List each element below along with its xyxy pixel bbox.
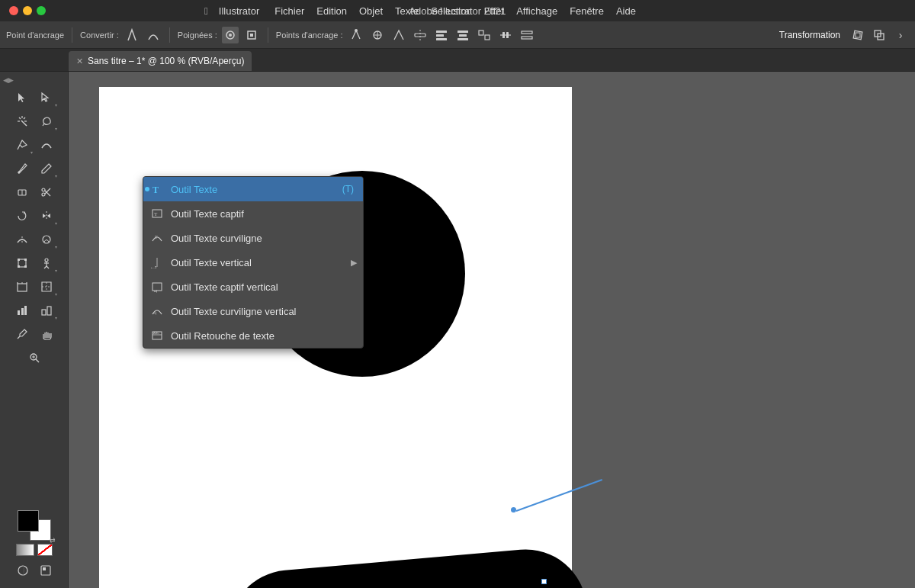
column-chart-tool[interactable]: ▾ (35, 300, 58, 321)
zoom-tool[interactable] (23, 347, 46, 368)
traffic-lights (9, 6, 46, 15)
swap-colors-icon[interactable]: ⇄ (50, 536, 56, 544)
scissors-tool[interactable] (35, 182, 58, 203)
canvas-area: T Outil Texte (T) T Outil Texte captif T… (69, 72, 915, 588)
menu-edition[interactable]: Edition (312, 4, 352, 18)
svg-line-30 (19, 117, 21, 119)
minimize-button[interactable] (23, 6, 32, 15)
foreground-swatch[interactable] (18, 510, 39, 532)
menu-aide[interactable]: Aide (612, 4, 640, 18)
menu-item-texte-captif-vertical[interactable]: T Outil Texte captif vertical (143, 275, 363, 299)
transform-icon[interactable] (849, 27, 866, 43)
curvature-tool[interactable] (35, 134, 58, 156)
arrange-icon[interactable] (871, 27, 888, 43)
svg-point-37 (42, 193, 45, 196)
hand-tool[interactable] (35, 323, 58, 345)
separator-3 (268, 27, 268, 43)
svg-rect-45 (24, 259, 27, 261)
separator-2 (169, 27, 170, 43)
align-left-icon[interactable] (433, 27, 450, 43)
svg-rect-53 (18, 284, 27, 291)
puppet-warp-tool[interactable]: ▾ (35, 252, 58, 274)
width-tool[interactable] (11, 229, 34, 250)
menu-item-texte-vertical[interactable]: T Outil Texte vertical ▶ (143, 250, 363, 275)
distribute-icon[interactable] (497, 27, 514, 43)
svg-rect-62 (42, 310, 46, 315)
eyedropper-tool[interactable] (11, 323, 34, 345)
anchor-align-icon[interactable] (412, 27, 429, 43)
change-screen-mode-btn[interactable] (13, 562, 33, 579)
separator-1 (72, 27, 72, 43)
convert-icon-1[interactable] (124, 27, 140, 43)
menu-objet[interactable]: Objet (355, 4, 387, 18)
artboard-tool[interactable] (11, 276, 34, 297)
svg-rect-15 (458, 38, 468, 40)
menu-item-outil-texte[interactable]: T Outil Texte (T) (143, 177, 363, 201)
active-indicator (145, 187, 149, 191)
anchor-label: Point d'ancrage (6, 31, 64, 40)
menu-item-texte-captif[interactable]: T Outil Texte captif (143, 201, 363, 226)
svg-rect-19 (502, 32, 505, 38)
paintbrush-tool[interactable] (11, 158, 34, 179)
text-vertical-icon: T (149, 255, 165, 270)
menu-affichage[interactable]: Affichage (512, 4, 562, 18)
anchor-square-1 (541, 579, 547, 584)
svg-text:T: T (152, 312, 157, 315)
more-icon[interactable]: › (892, 27, 909, 43)
tool-row-2: ▾ (0, 110, 68, 133)
magic-wand-tool[interactable] (11, 111, 34, 132)
handles-icon-2[interactable] (243, 27, 260, 43)
color-fill-btn[interactable] (16, 544, 34, 556)
tab-title: Sans titre – 1* @ 100 % (RVB/Aperçu) (88, 56, 244, 66)
menu-illustrator[interactable]: Illustrator (214, 4, 264, 18)
align-distribute-icon[interactable] (476, 27, 493, 43)
maximize-button[interactable] (37, 6, 46, 15)
artboard-navigate-btn[interactable] (36, 562, 56, 579)
menu-fichier[interactable]: Fichier (270, 4, 309, 18)
menu-fenetre[interactable]: Fenêtre (565, 4, 608, 18)
document-tab[interactable]: ✕ Sans titre – 1* @ 100 % (RVB/Aperçu) (69, 51, 252, 71)
svg-rect-14 (459, 34, 467, 37)
select-tool[interactable] (11, 87, 34, 108)
slice-tool[interactable]: ▾ (35, 276, 58, 297)
tool-row-4: ▾ (0, 157, 68, 180)
svg-text:ABC: ABC (153, 331, 159, 335)
menu-item-texte-curviligne[interactable]: T Outil Texte curviligne (143, 226, 363, 250)
spacing-icon[interactable] (518, 27, 535, 43)
svg-rect-20 (506, 32, 509, 38)
pencil-tool[interactable]: ▾ (35, 158, 58, 179)
anchor-edit-icon[interactable] (369, 27, 386, 43)
svg-point-1 (229, 34, 232, 37)
mirror-tool[interactable]: ▾ (35, 205, 58, 227)
tool-row-9: ▾ (0, 275, 68, 298)
bar-chart-tool[interactable] (11, 300, 34, 321)
sidebar-collapse[interactable]: ◀▶ (0, 75, 68, 85)
text-path-icon: T (149, 230, 165, 246)
tab-close-icon[interactable]: ✕ (76, 56, 83, 66)
anchor-pen-icon[interactable] (348, 27, 364, 43)
handles-icon-1[interactable] (222, 27, 239, 43)
no-color-btn[interactable] (37, 544, 53, 556)
menu-item-retouche-texte[interactable]: ABC Outil Retouche de texte (143, 323, 363, 348)
svg-rect-24 (856, 33, 860, 37)
freeform-transform-tool[interactable] (11, 252, 34, 274)
lasso-tool[interactable]: ▾ (35, 111, 58, 132)
transformation-button[interactable]: Transformation (775, 28, 845, 42)
align-center-icon[interactable] (454, 27, 471, 43)
eraser-tool[interactable] (11, 182, 34, 203)
menu-item-texte-curviligne-vertical[interactable]: T Outil Texte curviligne vertical (143, 299, 363, 323)
transform-rotate-tool[interactable] (11, 205, 34, 227)
convert-icon-2[interactable] (145, 27, 162, 43)
window-title: Adobe Illustrator 2021 (409, 5, 506, 17)
direct-select-tool[interactable]: ▾ (35, 87, 58, 108)
pen-tool[interactable]: ▾ (11, 134, 34, 156)
close-button[interactable] (9, 6, 18, 15)
svg-line-32 (18, 145, 20, 149)
tool-row-10: ▾ (0, 299, 68, 322)
warp-tool[interactable]: ▾ (35, 229, 58, 250)
text-area-vertical-icon: T (149, 279, 165, 294)
toolbar: Point d'ancrage Convertir : Poignées : P… (0, 21, 915, 49)
bottom-shape (224, 545, 592, 588)
anchor-remove-icon[interactable] (390, 27, 407, 43)
svg-text:T: T (155, 235, 158, 239)
